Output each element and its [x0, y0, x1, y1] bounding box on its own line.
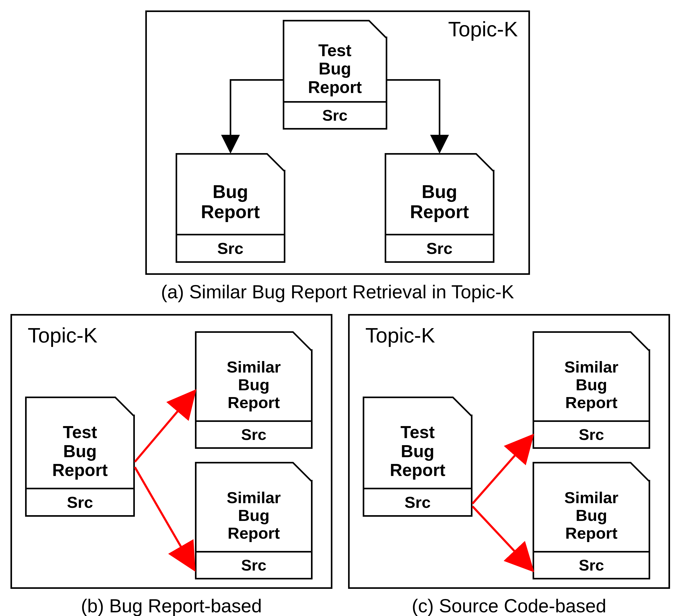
topic-label-a: Topic-K — [448, 17, 518, 41]
figure: Topic-K Test Bug Report Src — [10, 10, 665, 616]
doc-bug-report-right-a: Bug Report Src — [385, 153, 495, 263]
doc-src-label: Src — [284, 101, 386, 128]
doc-src-label: Src — [534, 551, 649, 578]
doc-src-label: Src — [364, 488, 471, 515]
doc-fold-icon — [175, 153, 285, 171]
doc-similar-bottom-b: Similar Bug Report Src — [195, 462, 312, 580]
doc-fold-icon — [385, 153, 495, 171]
svg-line-0 — [135, 394, 192, 462]
panel-a: Topic-K Test Bug Report Src — [145, 10, 530, 275]
bottom-row: Topic-K Test Bug Report Src — [10, 314, 665, 616]
topic-label-c: Topic-K — [365, 323, 435, 348]
doc-test-bug-report-c: Test Bug Report Src — [363, 397, 472, 517]
doc-fold-icon — [533, 331, 650, 351]
doc-fold-icon — [195, 462, 312, 481]
doc-similar-top-b: Similar Bug Report Src — [195, 331, 312, 449]
svg-line-2 — [472, 438, 530, 504]
svg-line-3 — [472, 506, 530, 568]
doc-fold-icon — [195, 331, 312, 351]
top-row: Topic-K Test Bug Report Src — [10, 10, 665, 304]
doc-src-label: Src — [27, 488, 133, 515]
doc-bug-report-left-a: Bug Report Src — [175, 153, 285, 263]
doc-fold-icon — [533, 462, 650, 481]
doc-src-label: Src — [177, 234, 284, 261]
doc-main-text: Test Bug Report — [284, 36, 386, 101]
doc-main-text: Similar Bug Report — [197, 349, 311, 420]
doc-main-text: Test Bug Report — [27, 414, 133, 488]
doc-src-label: Src — [197, 420, 311, 447]
doc-similar-top-c: Similar Bug Report Src — [533, 331, 650, 449]
doc-main-text: Bug Report — [386, 170, 493, 234]
doc-fold-icon — [283, 20, 387, 38]
panel-c-wrap: Topic-K Test Bug Report Src — [348, 314, 670, 616]
doc-main-text: Similar Bug Report — [534, 349, 649, 420]
panel-b: Topic-K Test Bug Report Src — [10, 314, 332, 589]
doc-fold-icon — [363, 397, 472, 416]
caption-b: (b) Bug Report-based Feature Extraction … — [51, 594, 292, 616]
doc-test-bug-report-a: Test Bug Report Src — [283, 20, 387, 130]
doc-fold-icon — [25, 397, 135, 416]
doc-similar-bottom-c: Similar Bug Report Src — [533, 462, 650, 580]
svg-line-1 — [135, 467, 192, 566]
doc-main-text: Bug Report — [177, 170, 284, 234]
doc-main-text: Test Bug Report — [364, 414, 471, 488]
doc-main-text: Similar Bug Report — [534, 480, 649, 551]
doc-src-label: Src — [197, 551, 311, 578]
topic-label-b: Topic-K — [28, 323, 97, 348]
doc-src-label: Src — [386, 234, 493, 261]
panel-c: Topic-K Test Bug Report Src — [348, 314, 670, 589]
panel-b-wrap: Topic-K Test Bug Report Src — [10, 314, 332, 616]
panel-a-wrap: Topic-K Test Bug Report Src — [145, 10, 530, 304]
caption-a: (a) Similar Bug Report Retrieval in Topi… — [161, 280, 514, 304]
doc-main-text: Similar Bug Report — [197, 480, 311, 551]
doc-test-bug-report-b: Test Bug Report Src — [25, 397, 135, 517]
caption-c: (c) Source Code-based Feature Extraction… — [388, 594, 629, 616]
doc-src-label: Src — [534, 420, 649, 447]
